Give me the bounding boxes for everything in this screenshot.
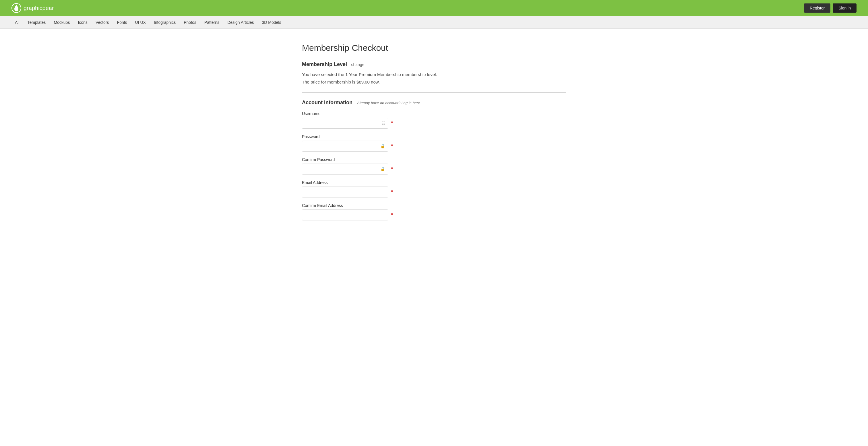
nav-item-design-articles[interactable]: Design Articles <box>224 19 257 26</box>
change-link[interactable]: change <box>351 62 365 67</box>
confirm-password-input[interactable] <box>302 164 388 174</box>
confirm-email-input[interactable] <box>302 210 388 220</box>
password-required: * <box>391 144 393 148</box>
logo-icon <box>11 3 21 13</box>
nav-item-vectors[interactable]: Vectors <box>92 19 113 26</box>
password-input-wrapper: 🔒 <box>302 140 388 152</box>
nav-item-all[interactable]: All <box>11 19 23 26</box>
membership-description-line2: The price for membership is $89.00 now. <box>302 78 566 86</box>
confirm-email-input-wrapper <box>302 210 388 220</box>
confirm-password-group: Confirm Password 🔒 * <box>302 157 566 174</box>
logo-text: graphicpear <box>24 5 54 11</box>
header: graphicpear Register Sign in <box>0 0 868 16</box>
confirm-email-label: Confirm Email Address <box>302 203 566 208</box>
username-label: Username <box>302 112 566 116</box>
nav-item-patterns[interactable]: Patterns <box>201 19 223 26</box>
nav-item-infographics[interactable]: Infographics <box>150 19 179 26</box>
logo: graphicpear <box>11 3 54 13</box>
username-required: * <box>391 121 393 125</box>
section-divider <box>302 92 566 93</box>
nav-item-photos[interactable]: Photos <box>180 19 200 26</box>
username-input-wrapper: ☷ <box>302 118 388 129</box>
confirm-password-required: * <box>391 166 393 171</box>
confirm-email-required: * <box>391 212 393 217</box>
password-label: Password <box>302 134 566 139</box>
confirm-password-label: Confirm Password <box>302 157 566 162</box>
already-account-link[interactable]: Already have an account? Log in here <box>357 101 420 105</box>
confirm-email-group: Confirm Email Address * <box>302 203 566 220</box>
email-input-wrapper <box>302 187 388 197</box>
email-input[interactable] <box>302 187 388 197</box>
main-content: Membership Checkout Membership Level cha… <box>290 29 578 249</box>
membership-info: You have selected the 1 Year Premium Mem… <box>302 71 566 86</box>
nav-item-templates[interactable]: Templates <box>24 19 50 26</box>
nav-item-mockups[interactable]: Mockups <box>50 19 73 26</box>
nav-item-fonts[interactable]: Fonts <box>114 19 131 26</box>
account-info-label: Account Information <box>302 100 352 105</box>
email-group: Email Address * <box>302 180 566 197</box>
signin-button[interactable]: Sign in <box>833 3 857 12</box>
main-nav: All Templates Mockups Icons Vectors Font… <box>0 16 868 29</box>
nav-item-3d-models[interactable]: 3D Models <box>259 19 285 26</box>
username-group: Username ☷ * <box>302 112 566 129</box>
email-required: * <box>391 189 393 194</box>
register-button[interactable]: Register <box>804 3 830 12</box>
account-section-header: Account Information Already have an acco… <box>302 100 566 106</box>
membership-level-section: Membership Level change You have selecte… <box>302 61 566 86</box>
password-group: Password 🔒 * <box>302 134 566 152</box>
membership-description-line1: You have selected the 1 Year Premium Mem… <box>302 71 566 78</box>
nav-item-icons[interactable]: Icons <box>74 19 91 26</box>
nav-item-uiux[interactable]: UI UX <box>132 19 149 26</box>
header-buttons: Register Sign in <box>804 3 857 12</box>
page-title: Membership Checkout <box>302 43 566 53</box>
password-input[interactable] <box>302 140 388 152</box>
membership-level-label: Membership Level <box>302 61 347 67</box>
confirm-password-input-wrapper: 🔒 <box>302 164 388 174</box>
email-label: Email Address <box>302 180 566 185</box>
username-input[interactable] <box>302 118 388 129</box>
